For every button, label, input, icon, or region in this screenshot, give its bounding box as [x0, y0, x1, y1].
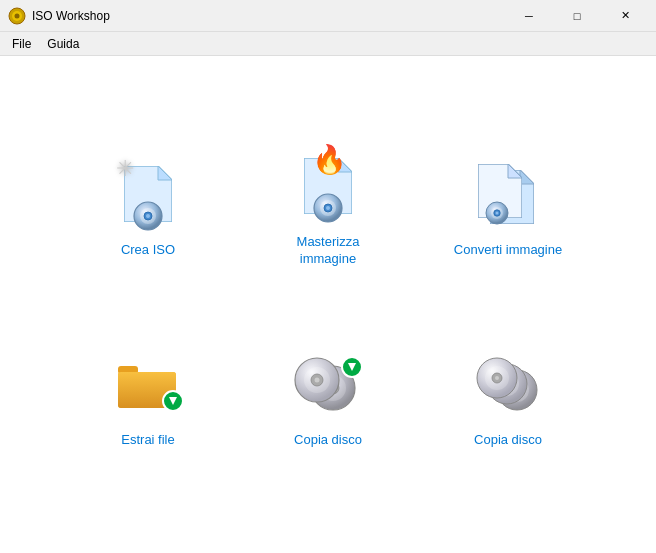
menu-item-file[interactable]: File: [4, 35, 39, 53]
estrai-label: Estrai file: [121, 432, 174, 449]
disc-front-svg: [293, 356, 341, 404]
converti-item[interactable]: Converti immagine: [438, 150, 578, 269]
converti-icon-area: [472, 160, 544, 232]
title-bar-controls: ─ □ ✕: [506, 0, 648, 32]
title-bar-left: ISO Workshop: [8, 7, 110, 25]
arrow-down-icon: [167, 395, 179, 407]
extract-arrow-badge: [162, 390, 184, 412]
copia-disco-2-label: Copia disco: [474, 432, 542, 449]
disc2-front-svg: [475, 356, 519, 400]
copia-disco-1-icon: [293, 356, 363, 416]
app-icon: [8, 7, 26, 25]
crea-iso-label: Crea ISO: [121, 242, 175, 259]
svg-marker-16: [520, 170, 534, 184]
spark-icon: ✳: [116, 158, 134, 180]
convert-cd-icon: [484, 200, 510, 226]
minimize-button[interactable]: ─: [506, 0, 552, 32]
svg-marker-35: [348, 363, 356, 371]
copia-disco-1-label: Copia disco: [294, 432, 362, 449]
flame-icon: 🔥: [312, 146, 347, 174]
masterizza-icon: 🔥: [304, 158, 352, 218]
copia-disco-2-icon-area: [472, 350, 544, 422]
svg-point-22: [496, 212, 499, 215]
arrow-down-icon-2: [346, 361, 358, 373]
svg-marker-4: [158, 166, 172, 180]
close-button[interactable]: ✕: [602, 0, 648, 32]
copia-disco-1-icon-area: [292, 350, 364, 422]
cd-icon: [132, 200, 164, 232]
estrai-icon-area: [112, 350, 184, 422]
converti-icon: [478, 164, 538, 228]
estrai-icon: [116, 356, 180, 416]
svg-point-14: [326, 206, 330, 210]
masterizza-item[interactable]: 🔥: [258, 142, 398, 278]
copia1-arrow-badge: [341, 356, 363, 378]
burn-cd-icon: [312, 192, 344, 224]
svg-marker-26: [169, 397, 177, 405]
converti-label: Converti immagine: [454, 242, 562, 259]
title-bar-title: ISO Workshop: [32, 9, 110, 23]
svg-point-34: [315, 378, 320, 383]
copia-disco-2-icon: [473, 356, 543, 416]
svg-marker-18: [508, 164, 522, 178]
copia-disco-1-item[interactable]: Copia disco: [258, 340, 398, 459]
masterizza-icon-area: 🔥: [292, 152, 364, 224]
title-bar: ISO Workshop ─ □ ✕: [0, 0, 656, 32]
menu-bar: File Guida: [0, 32, 656, 56]
menu-item-guida[interactable]: Guida: [39, 35, 87, 53]
main-content: ✳: [0, 56, 656, 553]
maximize-button[interactable]: □: [554, 0, 600, 32]
crea-iso-icon-area: ✳: [112, 160, 184, 232]
crea-iso-icon: ✳: [124, 166, 172, 226]
grid-container: ✳: [68, 120, 588, 490]
copia-disco-2-item[interactable]: Copia disco: [438, 340, 578, 459]
estrai-item[interactable]: Estrai file: [78, 340, 218, 459]
svg-point-8: [146, 214, 150, 218]
svg-point-47: [495, 376, 499, 380]
crea-iso-item[interactable]: ✳: [78, 150, 218, 269]
svg-point-2: [15, 13, 20, 18]
masterizza-label: Masterizza immagine: [268, 234, 388, 268]
